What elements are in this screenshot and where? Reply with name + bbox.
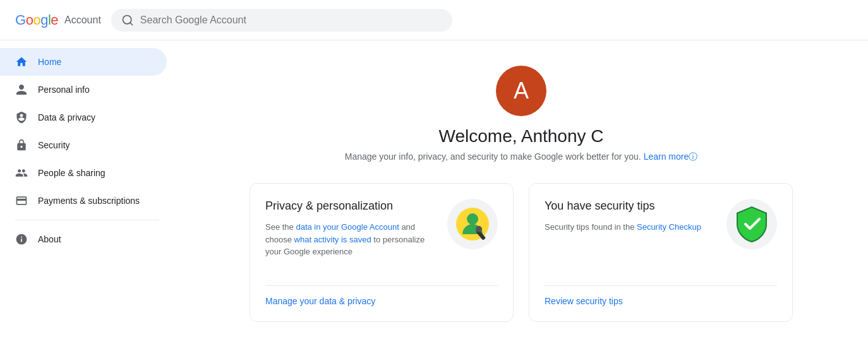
lock-icon [15,139,28,151]
sidebar-item-people-sharing[interactable]: People & sharing [0,159,167,187]
payment-icon [15,194,28,207]
home-icon [15,56,28,68]
sidebar-item-security[interactable]: Security [0,131,167,159]
sidebar-divider [15,220,159,220]
privacy-card-top: Privacy & personalization See the data i… [265,199,498,275]
search-input[interactable] [140,15,442,26]
security-card: You have security tips Security tips fou… [529,183,793,322]
people-icon [15,167,28,179]
sidebar-item-data-privacy[interactable]: Data & privacy [0,104,167,131]
google-account-logo[interactable]: Google Account [15,12,101,28]
privacy-card-text: Privacy & personalization See the data i… [265,199,447,258]
info-icon [15,233,28,246]
sidebar-item-security-label: Security [38,140,70,150]
security-illustration [726,199,777,249]
shield-privacy-icon [15,111,28,124]
svg-point-3 [467,213,478,225]
learn-more-link[interactable]: Learn moreⓘ [644,151,698,162]
page-layout: Home Personal info Data & privacy Securi… [0,40,868,344]
privacy-card-desc: See the data in your Google Account and … [265,221,437,258]
sidebar-item-home-label: Home [38,57,61,67]
privacy-card-divider [265,285,498,286]
sidebar-item-data-privacy-label: Data & privacy [38,112,95,122]
svg-line-1 [130,22,133,25]
sidebar-item-about[interactable]: About [0,225,167,253]
search-bar [111,9,452,32]
security-shield-svg [732,204,772,244]
search-icon [121,14,134,27]
sidebar-item-personal-info[interactable]: Personal info [0,76,167,104]
privacy-card: Privacy & personalization See the data i… [250,183,514,322]
account-label: Account [64,15,101,26]
security-card-text: You have security tips Security tips fou… [545,199,726,234]
sidebar-item-payments[interactable]: Payments & subscriptions [0,187,167,215]
privacy-desc-link2[interactable]: what activity is saved [294,235,371,244]
user-avatar: A [496,66,546,116]
sidebar-item-people-sharing-label: People & sharing [38,168,105,178]
security-card-link[interactable]: Review security tips [545,296,777,306]
sidebar: Home Personal info Data & privacy Securi… [0,40,174,344]
privacy-illustration [447,199,498,249]
sidebar-item-personal-info-label: Personal info [38,85,90,95]
security-card-desc: Security tips found in the Security Chec… [545,221,716,234]
security-card-title: You have security tips [545,199,716,213]
main-content: A Welcome, Anthony C Manage your info, p… [174,40,868,344]
google-wordmark: Google [15,12,58,28]
cards-row: Privacy & personalization See the data i… [250,183,793,322]
security-card-top: You have security tips Security tips fou… [545,199,777,275]
header: Google Account [0,0,868,40]
sidebar-item-about-label: About [38,234,61,244]
security-card-divider [545,285,777,286]
sidebar-item-home[interactable]: Home [0,48,167,76]
avatar-letter: A [514,78,529,104]
privacy-card-title: Privacy & personalization [265,199,437,213]
welcome-subtitle: Manage your info, privacy, and security … [345,151,697,163]
sidebar-item-payments-label: Payments & subscriptions [38,196,140,206]
person-icon [15,83,28,96]
privacy-desc-link1[interactable]: data in your Google Account [296,222,399,232]
welcome-title: Welcome, Anthony C [439,126,604,146]
privacy-card-link[interactable]: Manage your data & privacy [265,296,498,306]
security-checkup-link[interactable]: Security Checkup [637,222,701,232]
svg-point-5 [476,226,482,232]
privacy-svg [454,205,491,243]
